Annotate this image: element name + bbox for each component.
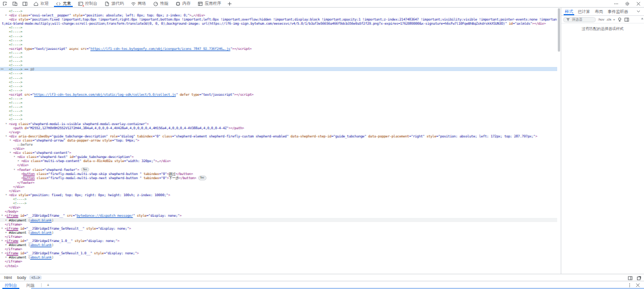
dom-tree-line[interactable]: ▾<div style="position: fixed; top: 0px; … [0, 193, 557, 197]
dom-tree-line[interactable]: </svg> [0, 130, 557, 134]
drawer-close-button[interactable] [635, 283, 640, 288]
dom-tree-line[interactable]: ▾<footer class="shepherd-footer">flex [0, 167, 557, 172]
dom-tree-line[interactable]: <!----> [0, 197, 557, 201]
collapse-arrow-icon[interactable]: ▾ [1, 226, 3, 230]
expand-arrow-icon[interactable]: ▸ [5, 218, 7, 222]
dom-tree-line[interactable]: </div> [0, 189, 557, 193]
dom-tree-line[interactable]: <path d="M2552,127H0V0H2552V1272H44,384a… [0, 126, 557, 130]
dom-tree-line[interactable]: </html> [0, 264, 557, 268]
dom-tree-line[interactable]: ▾<iframe id="__JSBridgeIframe__" src="by… [0, 213, 557, 217]
dom-tree-line[interactable]: </body> [0, 209, 557, 213]
dom-tree[interactable]: <!---->▸<div class="ovui-select__popper"… [0, 8, 557, 274]
dom-tree-line[interactable]: ▸#document (about:blank) [0, 230, 557, 234]
collapse-arrow-icon[interactable]: ▾ [1, 238, 3, 243]
sidebar-tabs-overflow-button[interactable] [634, 8, 643, 15]
dom-tree-line[interactable]: <!----> == $0 [0, 67, 557, 71]
dom-tree-line[interactable]: </iframe> [0, 234, 557, 238]
inspect-element-button[interactable] [0, 0, 10, 7]
tab-elements[interactable]: 元素 [52, 0, 74, 7]
dom-tree-line[interactable]: <!----> [0, 109, 557, 113]
collapse-arrow-icon[interactable]: ▾ [9, 138, 11, 142]
dom-tree-line[interactable]: <!----> [0, 113, 557, 117]
dom-tree-line[interactable]: <script type="text/javascript" async src… [0, 46, 557, 51]
dom-tree-line[interactable]: <!----> [0, 76, 557, 80]
attribute-link[interactable]: bytedance://dispatch_message/ [77, 213, 133, 217]
expand-arrow-icon[interactable]: ▸ [5, 255, 7, 259]
tab-network[interactable]: 网络 [127, 0, 150, 7]
dom-tree-line[interactable]: ▾<div class="shepherd-text" id="guide_ta… [0, 154, 557, 159]
dom-tree-line[interactable]: <!----> [0, 71, 557, 75]
dom-tree-line[interactable]: </div> [0, 146, 557, 150]
dock-pane-button[interactable] [628, 275, 633, 281]
sidebar-tab-computed[interactable]: 已计算 [575, 8, 592, 15]
dom-tree-line[interactable]: <!----> [0, 105, 557, 109]
close-devtools-button[interactable] [633, 1, 644, 6]
dom-tree-line[interactable]: ▾<div aria-describedby="guide_tabchange-… [0, 134, 557, 138]
dom-tree-line[interactable]: <!----> [0, 59, 557, 63]
dom-tree-line[interactable]: ▾<iframe id="__JSBridgeIframe_SetResult_… [0, 226, 557, 230]
dom-tree-line[interactable]: ▾<iframe id="__JSBridgeIframe_1.0__" sty… [0, 238, 557, 243]
dom-tree-line[interactable]: <!----> [0, 100, 557, 105]
dom-tree-line[interactable]: <!----> [0, 96, 557, 100]
dom-tree-line[interactable]: <!----> [0, 84, 557, 88]
dom-tree-line[interactable]: </iframe> [0, 222, 557, 226]
dom-tree-line[interactable]: ▾<iframe id="__JSBridgeIframe_SetResult_… [0, 251, 557, 255]
device-toolbar-button[interactable] [10, 0, 20, 7]
tab-application[interactable]: 应用程序 [194, 0, 225, 7]
dom-tree-line[interactable]: <script src="https://lf3-cdn-tos.bytescm… [0, 92, 557, 96]
sidebar-tab-layout[interactable]: 布局 [592, 8, 605, 15]
dom-tree-line[interactable]: <!----> [0, 80, 557, 84]
dom-tree-line[interactable]: </div> [0, 163, 557, 167]
styles-toggle-hov[interactable]: :hov [598, 18, 604, 21]
dom-tree-line[interactable]: <!----> [0, 63, 557, 67]
dom-tree-line[interactable]: ▸#document (about:blank) [0, 218, 557, 222]
hint-lightbulb-button[interactable] [617, 17, 622, 22]
sidebar-tab-event-listeners[interactable]: 事件监听器 [605, 8, 631, 15]
attribute-link[interactable]: about:blank [30, 218, 51, 222]
dom-tree-line[interactable]: </footer> [0, 180, 557, 184]
dom-tree-line[interactable]: <!----> [0, 29, 557, 33]
collapse-arrow-icon[interactable]: ▾ [5, 193, 7, 197]
popout-pane-button[interactable] [636, 275, 642, 281]
flex-badge[interactable]: flex [198, 176, 206, 180]
sidebar-scroll-up-icon[interactable] [641, 18, 643, 19]
dom-tree-line[interactable]: <!----> [0, 38, 557, 42]
toggle-pane-button[interactable] [624, 17, 629, 22]
attribute-link[interactable]: about:blank [30, 230, 51, 234]
dom-tree-line[interactable]: <div style="position:fixed !important;to… [0, 17, 557, 25]
expand-arrow-icon[interactable]: ▸ [5, 13, 7, 17]
expand-arrow-icon[interactable]: ▸ [5, 230, 7, 234]
more-options-button[interactable] [611, 1, 622, 6]
dom-tree-line[interactable]: ▸#document (about:blank) [0, 243, 557, 247]
dom-tree-line[interactable]: <!----> [0, 51, 557, 55]
dock-side-button[interactable] [20, 0, 30, 7]
tab-console[interactable]: 控制台 [74, 0, 101, 7]
dom-tree-line[interactable]: <button class="firefly-modal-multi-step-… [0, 172, 557, 176]
dom-tree-line[interactable]: <!----> [0, 34, 557, 38]
sidebar-tab-styles[interactable]: 样式 [562, 8, 575, 15]
expand-arrow-icon[interactable]: ▸ [18, 159, 19, 163]
styles-filter-input[interactable]: 筛选器 [563, 17, 596, 22]
drawer-more-button[interactable] [627, 283, 632, 288]
dom-tree-line[interactable]: ▾<div class="shepherd-arrow" data-popper… [0, 138, 557, 142]
dom-tree-line[interactable]: <!----> [0, 117, 557, 121]
dom-tree-line[interactable]: <!----> [0, 88, 557, 92]
drawer-tab-console[interactable]: 控制台 [0, 281, 22, 289]
dom-tree-line[interactable]: <button class="firefly-modal-multi-step-… [0, 176, 557, 180]
tab-sources[interactable]: 源代码 [101, 0, 127, 7]
tab-memory[interactable]: 内存 [172, 0, 194, 7]
dom-tree-line[interactable]: </div> [0, 205, 557, 209]
dom-tree-line[interactable]: ::before [0, 142, 557, 146]
collapse-arrow-icon[interactable]: ▾ [5, 134, 7, 138]
collapse-arrow-icon[interactable]: ▾ [9, 150, 11, 154]
breadcrumb-item[interactable]: <!--> [29, 275, 42, 280]
dom-tree-line[interactable]: ▸#document (about:blank) [0, 255, 557, 259]
dom-tree-line[interactable]: <!----> [0, 25, 557, 29]
collapse-arrow-icon[interactable]: ▾ [1, 251, 3, 255]
dom-tree-line[interactable]: ▸<div class="ovui-select__popper" style=… [0, 13, 557, 17]
scrollbar-thumb[interactable] [558, 8, 560, 52]
collapse-arrow-icon[interactable]: ▾ [5, 122, 7, 126]
attribute-link[interactable]: about:blank [30, 243, 51, 247]
dom-tree-line[interactable]: <!----> [0, 9, 557, 13]
styles-toggle-[interactable]: + [613, 18, 615, 21]
